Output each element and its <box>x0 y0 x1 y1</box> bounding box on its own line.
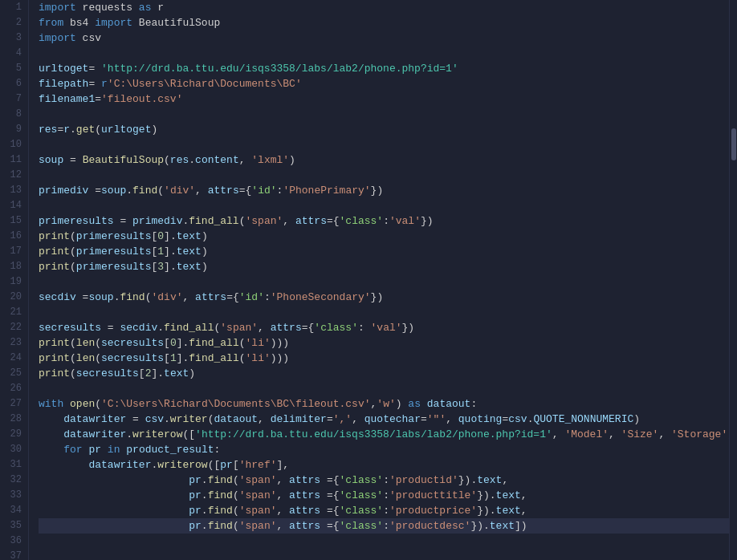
code-line-6: filepath= r'C:\Users\Richard\Documents\B… <box>39 76 729 91</box>
line-num-1: 1 <box>0 0 28 15</box>
line-num-8: 8 <box>0 107 28 122</box>
code-line-1: import requests as r <box>39 0 729 15</box>
code-line-35: pr.find('span', attrs ={'class':'product… <box>39 518 729 534</box>
code-line-13: primediv =soup.find('div', attrs={'id':'… <box>39 183 729 198</box>
line-num-17: 17 <box>0 244 28 259</box>
code-line-12 <box>39 168 729 183</box>
code-line-26 <box>39 381 729 396</box>
code-line-21 <box>39 305 729 320</box>
line-num-11: 11 <box>0 152 28 168</box>
line-num-26: 26 <box>0 381 28 396</box>
line-num-13: 13 <box>0 183 28 198</box>
code-content[interactable]: import requests as r from bs4 import Bea… <box>29 0 729 560</box>
code-line-30: for pr in product_result: <box>39 442 729 457</box>
line-num-21: 21 <box>0 305 28 320</box>
scrollbar[interactable] <box>729 0 737 560</box>
line-num-9: 9 <box>0 122 28 137</box>
line-num-37: 37 <box>0 549 28 560</box>
line-numbers: 1 2 3 4 5 6 7 8 9 10 11 12 13 14 15 16 1… <box>0 0 29 560</box>
code-line-27: with open('C:\Users\Richard\Documents\BC… <box>39 396 729 412</box>
code-line-28: datawriter = csv.writer(dataout, delimit… <box>39 412 729 427</box>
code-editor: 1 2 3 4 5 6 7 8 9 10 11 12 13 14 15 16 1… <box>0 0 737 560</box>
code-line-11: soup = BeautifulSoup(res.content, 'lxml'… <box>39 152 729 168</box>
code-line-31: datawriter.writerow([pr['href'], <box>39 457 729 473</box>
line-num-14: 14 <box>0 198 28 213</box>
code-line-7: filename1='fileout.csv' <box>39 91 729 107</box>
scrollbar-thumb[interactable] <box>731 128 736 160</box>
line-num-32: 32 <box>0 473 28 488</box>
line-num-2: 2 <box>0 15 28 30</box>
code-line-32: pr.find('span', attrs ={'class':'product… <box>39 473 729 488</box>
line-num-29: 29 <box>0 427 28 442</box>
code-line-18: print(primeresults[3].text) <box>39 259 729 274</box>
line-num-10: 10 <box>0 137 28 152</box>
code-line-9: res=r.get(urltoget) <box>39 122 729 137</box>
line-num-36: 36 <box>0 534 28 549</box>
code-line-24: print(len(secresults[1].find_all('li'))) <box>39 351 729 366</box>
line-num-28: 28 <box>0 412 28 427</box>
code-line-3: import csv <box>39 30 729 46</box>
line-num-31: 31 <box>0 457 28 473</box>
code-line-16: print(primeresults[0].text) <box>39 229 729 244</box>
line-num-20: 20 <box>0 290 28 305</box>
code-line-2: from bs4 import BeautifulSoup <box>39 15 729 30</box>
code-line-15: primeresults = primediv.find_all('span',… <box>39 213 729 229</box>
line-num-30: 30 <box>0 442 28 457</box>
code-line-17: print(primeresults[1].text) <box>39 244 729 259</box>
code-line-19 <box>39 274 729 290</box>
code-line-33: pr.find('span', attrs ={'class':'product… <box>39 488 729 503</box>
line-num-16: 16 <box>0 229 28 244</box>
line-num-19: 19 <box>0 274 28 290</box>
line-num-33: 33 <box>0 488 28 503</box>
code-line-14 <box>39 198 729 213</box>
line-num-18: 18 <box>0 259 28 274</box>
line-num-6: 6 <box>0 76 28 91</box>
line-num-12: 12 <box>0 168 28 183</box>
line-num-4: 4 <box>0 46 28 61</box>
line-num-3: 3 <box>0 30 28 46</box>
code-line-36 <box>39 534 729 549</box>
line-num-24: 24 <box>0 351 28 366</box>
code-line-22: secresults = secdiv.find_all('span', att… <box>39 320 729 335</box>
code-line-29: datawriter.writerow(['http://drd.ba.ttu.… <box>39 427 729 442</box>
code-line-25: print(secresults[2].text) <box>39 366 729 381</box>
code-line-34: pr.find('span', attrs ={'class':'product… <box>39 503 729 518</box>
line-num-15: 15 <box>0 213 28 229</box>
code-line-37 <box>39 549 729 560</box>
line-num-22: 22 <box>0 320 28 335</box>
code-line-10 <box>39 137 729 152</box>
line-num-7: 7 <box>0 91 28 107</box>
line-num-27: 27 <box>0 396 28 412</box>
line-num-35: 35 <box>0 518 28 534</box>
line-num-34: 34 <box>0 503 28 518</box>
code-line-20: secdiv =soup.find('div', attrs={'id':'Ph… <box>39 290 729 305</box>
code-line-4 <box>39 46 729 61</box>
code-line-5: urltoget= 'http://drd.ba.ttu.edu/isqs335… <box>39 61 729 76</box>
line-num-5: 5 <box>0 61 28 76</box>
line-num-25: 25 <box>0 366 28 381</box>
code-line-8 <box>39 107 729 122</box>
code-line-23: print(len(secresults[0].find_all('li'))) <box>39 335 729 351</box>
line-num-23: 23 <box>0 335 28 351</box>
